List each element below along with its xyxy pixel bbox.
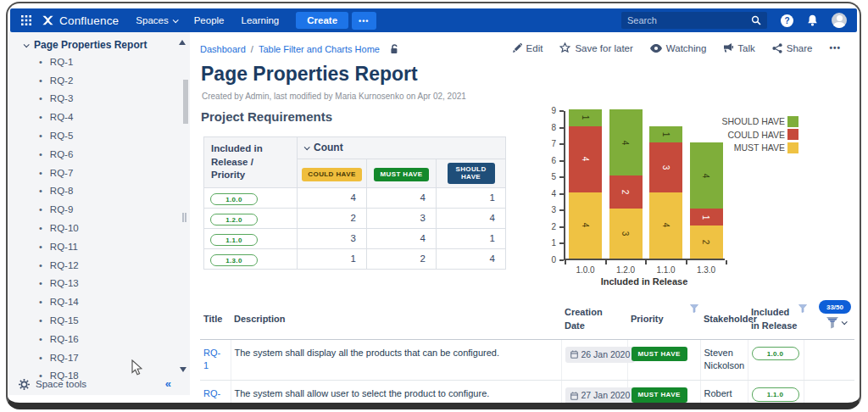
sidebar-page-label: RQ-1: [50, 57, 73, 67]
share-button[interactable]: Share: [772, 43, 813, 53]
col-header-priority: Priority: [627, 302, 700, 339]
bullet-icon: •: [39, 242, 42, 252]
sidebar-page-item[interactable]: • RQ-4: [8, 108, 190, 126]
date-badge: 26 Jan 2020: [565, 347, 636, 363]
sidebar-page-item[interactable]: • RQ-6: [8, 145, 190, 164]
y-tick: [559, 259, 564, 261]
x-tick: [686, 260, 687, 264]
bar-segment-label: 4: [702, 173, 711, 178]
sidebar: Page Properties Report • RQ-1 • RQ-2 • R…: [8, 32, 190, 395]
y-tick: [559, 209, 564, 211]
pivot-count-header[interactable]: Count: [298, 137, 506, 159]
sidebar-page-item[interactable]: • RQ-9: [8, 200, 190, 219]
calendar-icon: [570, 392, 578, 400]
release-lozenge: 1.3.0: [210, 254, 258, 266]
table-filter-button[interactable]: [826, 316, 846, 329]
legend-swatch: [787, 142, 798, 153]
breadcrumb-current-link[interactable]: Table Filter and Charts Home: [259, 44, 380, 54]
bullet-icon: •: [39, 168, 42, 178]
nav-item-learning[interactable]: Learning: [241, 15, 279, 25]
sidebar-page-item[interactable]: • RQ-7: [8, 164, 190, 182]
bar-segment: 4: [569, 192, 602, 259]
sidebar-collapse-button[interactable]: «: [165, 377, 171, 390]
sidebar-page-item[interactable]: • RQ-11: [8, 237, 190, 256]
pivot-value: 4: [437, 208, 506, 228]
legend-label: SHOULD HAVE: [722, 116, 786, 126]
bullet-icon: •: [39, 353, 42, 363]
sidebar-page-item[interactable]: • RQ-2: [8, 71, 190, 90]
breadcrumb: Dashboard / Table Filter and Charts Home: [200, 44, 399, 54]
gear-icon: [19, 379, 30, 390]
scrollbar-up-arrow[interactable]: [179, 40, 186, 45]
y-tick-label: 0: [537, 255, 556, 265]
col-header-filter: 33/50: [804, 302, 854, 339]
bar-segment: 3: [609, 209, 643, 259]
nav-more-button[interactable]: •••: [352, 12, 376, 30]
pivot-table: Included in Release / Priority Count COU…: [203, 136, 506, 270]
space-tools-button[interactable]: Space tools: [8, 373, 190, 395]
save-for-later-button[interactable]: Save for later: [559, 42, 632, 53]
x-category-label: 1.0.0: [569, 265, 602, 275]
more-actions-button[interactable]: •••: [829, 43, 841, 53]
sidebar-page-item[interactable]: • RQ-15: [8, 311, 190, 330]
y-tick: [559, 176, 564, 178]
sidebar-page-item[interactable]: • RQ-1: [8, 53, 190, 71]
filter-count-badge[interactable]: 33/50: [819, 300, 851, 314]
priority-badge: SHOULD HAVE: [448, 163, 495, 184]
edit-button[interactable]: Edit: [513, 43, 543, 53]
create-button[interactable]: Create: [296, 12, 348, 29]
x-tick: [605, 260, 607, 264]
sidebar-page-label: RQ-6: [50, 149, 73, 159]
y-tick: [559, 110, 564, 112]
requirement-link[interactable]: RQ-1: [203, 347, 224, 374]
talk-button[interactable]: Talk: [723, 43, 754, 53]
priority-badge: MUST HAVE: [632, 387, 687, 403]
scrollbar-down-arrow[interactable]: [180, 367, 186, 372]
sidebar-page-item[interactable]: • RQ-12: [8, 256, 190, 275]
confluence-logo[interactable]: Confluence: [42, 14, 119, 27]
breadcrumb-dashboard-link[interactable]: Dashboard: [200, 44, 246, 54]
bullet-icon: •: [39, 93, 42, 103]
sidebar-page-item[interactable]: • RQ-17: [8, 348, 190, 367]
help-icon[interactable]: ?: [781, 14, 793, 27]
sidebar-page-item[interactable]: • RQ-5: [8, 126, 190, 145]
bullet-icon: •: [39, 334, 42, 344]
nav-item-people[interactable]: People: [194, 15, 225, 25]
sidebar-page-item[interactable]: • RQ-16: [8, 330, 190, 348]
pivot-value: 2: [367, 248, 437, 269]
browser-frame: Confluence Spaces People Learning Create…: [6, 2, 861, 409]
date-badge: 27 Jan 2020: [565, 387, 636, 404]
legend-item: MUST HAVE: [734, 142, 798, 153]
bar-segment-label: 3: [621, 231, 631, 237]
sidebar-page-item[interactable]: • RQ-13: [8, 275, 190, 293]
scrollbar-thumb[interactable]: [183, 80, 188, 124]
filter-funnel-icon[interactable]: [690, 304, 698, 313]
user-avatar[interactable]: [832, 13, 847, 28]
sidebar-page-item[interactable]: • RQ-14: [8, 292, 190, 311]
section-heading: Project Requirements: [201, 109, 332, 124]
bar-segment: 4: [569, 126, 602, 192]
sidebar-header-page-properties-report[interactable]: Page Properties Report: [24, 39, 147, 51]
pivot-col-could-have: COULD HAVE: [298, 159, 367, 187]
nav-item-spaces[interactable]: Spaces: [136, 15, 176, 25]
y-tick: [559, 160, 564, 162]
confluence-logo-icon: [42, 14, 54, 26]
bar-segment: 1: [569, 109, 602, 126]
requirement-link[interactable]: RQ-: [203, 387, 224, 401]
bar-segment: 2: [690, 225, 723, 259]
notifications-bell-icon[interactable]: [807, 14, 818, 26]
sidebar-resize-handle[interactable]: [182, 213, 188, 222]
sidebar-page-item[interactable]: • RQ-8: [8, 182, 190, 201]
sidebar-page-item[interactable]: • RQ-10: [8, 219, 190, 237]
y-tick: [559, 127, 564, 129]
pencil-icon: [513, 43, 522, 53]
search-input[interactable]: [627, 15, 751, 25]
y-tick-label: 7: [537, 139, 556, 149]
search-box[interactable]: [621, 12, 767, 29]
y-tick: [559, 226, 564, 228]
sidebar-page-item[interactable]: • RQ-3: [8, 90, 190, 109]
watching-button[interactable]: Watching: [650, 43, 707, 53]
chart-x-axis-title: Included in Release: [564, 276, 725, 287]
unlock-icon[interactable]: [390, 44, 399, 54]
app-switcher-icon[interactable]: [21, 15, 31, 25]
